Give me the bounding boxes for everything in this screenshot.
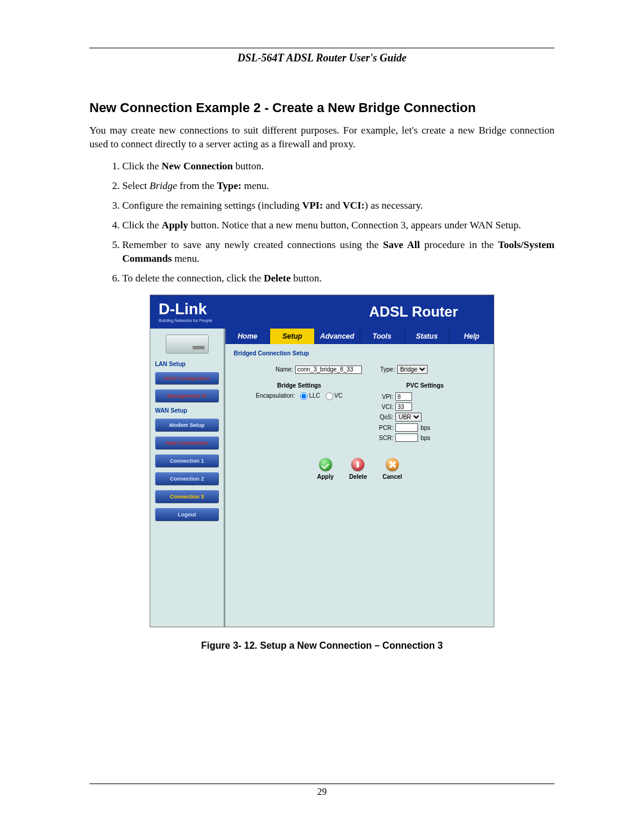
scr-unit: bps bbox=[420, 435, 430, 441]
vci-label: VCI: bbox=[364, 404, 393, 410]
bold-text: VCI: bbox=[343, 200, 365, 211]
step-2: Select Bridge from the Type: menu. bbox=[122, 179, 555, 193]
banner-title: ADSL Router bbox=[369, 304, 458, 320]
header-title: DSL-564T ADSL Router User's Guide bbox=[89, 52, 555, 64]
sidebar-section-wan: WAN Setup bbox=[155, 407, 219, 414]
text: from the bbox=[177, 180, 217, 191]
sidebar: LAN Setup DHCP Configuration Management … bbox=[150, 329, 225, 627]
encapsulation-label: Encapsulation: bbox=[256, 393, 295, 400]
tab-setup[interactable]: Setup bbox=[270, 329, 314, 344]
text: menu. bbox=[172, 253, 199, 264]
tab-home[interactable]: Home bbox=[225, 329, 270, 344]
vci-input[interactable] bbox=[395, 402, 412, 411]
text: menu. bbox=[242, 180, 269, 191]
page-number: 29 bbox=[89, 786, 555, 797]
step-4: Click the Apply button. Notice that a ne… bbox=[122, 219, 555, 233]
delete-label: Delete bbox=[349, 473, 367, 480]
footer: 29 bbox=[89, 784, 555, 797]
name-label: Name: bbox=[275, 366, 293, 373]
apply-button[interactable]: Apply bbox=[317, 458, 334, 480]
type-label: Type: bbox=[380, 366, 394, 373]
sidebar-btn-new-connection[interactable]: New Connection bbox=[155, 436, 219, 450]
pcr-unit: bps bbox=[420, 425, 430, 431]
section-title: New Connection Example 2 - Create a New … bbox=[89, 100, 555, 116]
pcr-label: PCR: bbox=[364, 425, 393, 431]
tab-status[interactable]: Status bbox=[404, 329, 449, 344]
text: Remember to save any newly created conne… bbox=[122, 239, 383, 250]
type-select[interactable]: Bridge bbox=[397, 365, 428, 374]
text: To delete the connection, click the bbox=[122, 272, 264, 284]
text: button. bbox=[233, 160, 264, 172]
logo-text: D-Link bbox=[159, 300, 212, 318]
scr-label: SCR: bbox=[364, 435, 393, 441]
text: Select bbox=[122, 180, 150, 191]
bold-text: New Connection bbox=[162, 160, 233, 172]
italic-text: Bridge bbox=[150, 180, 177, 191]
footer-rule bbox=[89, 784, 555, 784]
qos-label: QoS: bbox=[364, 414, 393, 420]
router-screenshot: D-Link Building Networks for People ADSL… bbox=[150, 295, 494, 627]
cancel-label: Cancel bbox=[383, 473, 402, 480]
pvc-settings-title: PVC Settings bbox=[364, 382, 485, 389]
text: Click the bbox=[122, 219, 162, 231]
cancel-button[interactable]: Cancel bbox=[383, 458, 402, 480]
bold-text: VPI: bbox=[302, 200, 323, 211]
text: button. bbox=[291, 272, 322, 284]
bold-text: Apply bbox=[162, 219, 188, 231]
trash-icon bbox=[351, 458, 364, 471]
text: and bbox=[323, 200, 343, 211]
sidebar-btn-connection3[interactable]: Connection 3 bbox=[155, 490, 219, 503]
step-5: Remember to save any newly created conne… bbox=[122, 239, 555, 266]
step-6: To delete the connection, click the Dele… bbox=[122, 272, 555, 286]
text: Configure the remaining settings (includ… bbox=[122, 200, 302, 211]
bold-text: Save All bbox=[383, 239, 420, 250]
name-input[interactable] bbox=[295, 366, 362, 374]
vc-label: VC bbox=[335, 393, 343, 400]
text: button. Notice that a new menu button, C… bbox=[188, 219, 521, 231]
apply-label: Apply bbox=[317, 473, 334, 480]
check-icon bbox=[319, 458, 332, 471]
router-icon bbox=[166, 335, 209, 354]
delete-button[interactable]: Delete bbox=[349, 458, 367, 480]
pcr-input[interactable] bbox=[395, 423, 418, 432]
tab-advanced[interactable]: Advanced bbox=[314, 329, 359, 344]
tab-tools[interactable]: Tools bbox=[360, 329, 404, 344]
bridge-settings-title: Bridge Settings bbox=[234, 382, 364, 389]
sidebar-btn-dhcp[interactable]: DHCP Configuration bbox=[155, 372, 219, 385]
vpi-label: VPI: bbox=[364, 394, 393, 400]
scr-input[interactable] bbox=[395, 433, 418, 442]
text: ) as necessary. bbox=[365, 200, 423, 211]
dlink-logo: D-Link Building Networks for People bbox=[159, 300, 212, 323]
steps-list: Click the New Connection button. Select … bbox=[89, 160, 555, 286]
tab-help[interactable]: Help bbox=[449, 329, 494, 344]
step-3: Configure the remaining settings (includ… bbox=[122, 199, 555, 213]
encapsulation-llc-radio[interactable] bbox=[300, 392, 308, 400]
sidebar-btn-modem[interactable]: Modem Setup bbox=[155, 419, 219, 432]
figure-caption: Figure 3- 12. Setup a New Connection – C… bbox=[89, 640, 555, 651]
logo-subtext: Building Networks for People bbox=[159, 318, 212, 323]
header-rule bbox=[89, 48, 555, 48]
content-title: Bridged Connection Setup bbox=[234, 350, 485, 357]
bold-text: Delete bbox=[264, 272, 290, 284]
encapsulation-vc-radio[interactable] bbox=[326, 392, 333, 400]
bold-text: Type: bbox=[217, 180, 242, 191]
vpi-input[interactable] bbox=[395, 392, 412, 401]
sidebar-btn-connection2[interactable]: Connection 2 bbox=[155, 472, 219, 485]
tab-bar: Home Setup Advanced Tools Status Help bbox=[225, 329, 494, 344]
x-icon bbox=[386, 458, 399, 471]
sidebar-btn-logout[interactable]: Logout bbox=[155, 508, 219, 521]
text: Click the bbox=[122, 160, 162, 172]
llc-label: LLC bbox=[309, 393, 320, 400]
sidebar-btn-connection1[interactable]: Connection 1 bbox=[155, 454, 219, 467]
intro-paragraph: You may create new connections to suit d… bbox=[89, 124, 555, 151]
banner: D-Link Building Networks for People ADSL… bbox=[150, 295, 494, 329]
sidebar-section-lan: LAN Setup bbox=[155, 361, 219, 367]
sidebar-btn-mgmt-ip[interactable]: Management IP bbox=[155, 389, 219, 402]
qos-select[interactable]: UBR bbox=[395, 413, 422, 422]
step-1: Click the New Connection button. bbox=[122, 160, 555, 174]
text: procedure in the bbox=[420, 239, 498, 250]
